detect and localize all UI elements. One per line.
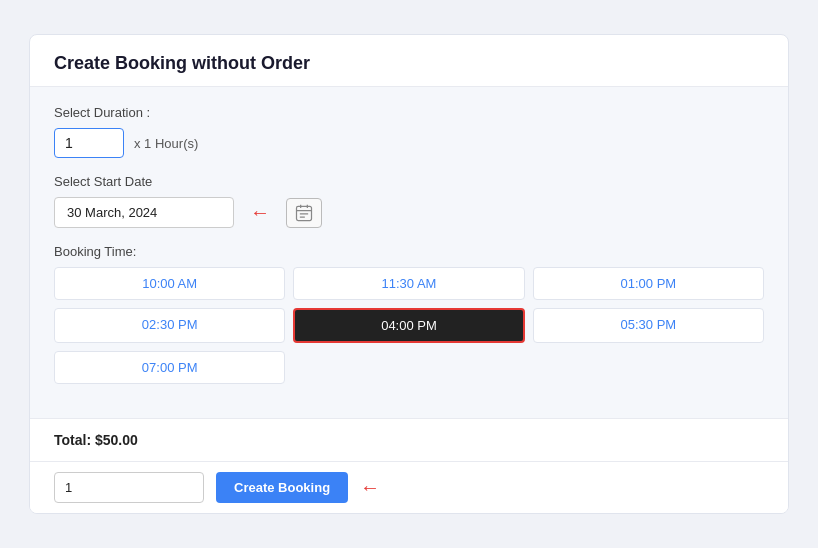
- booking-time-label: Booking Time:: [54, 244, 764, 259]
- time-slot-t1[interactable]: 10:00 AM: [54, 267, 285, 300]
- date-row: ←: [54, 197, 764, 228]
- duration-label: Select Duration :: [54, 105, 764, 120]
- duration-section: Select Duration : x 1 Hour(s): [54, 105, 764, 158]
- modal-title: Create Booking without Order: [54, 53, 764, 74]
- duration-row: x 1 Hour(s): [54, 128, 764, 158]
- calendar-icon: [294, 203, 314, 223]
- footer-action: Create Booking ←: [30, 461, 788, 513]
- booking-time-section: Booking Time: 10:00 AM11:30 AM01:00 PM02…: [54, 244, 764, 384]
- footer-arrow-icon: ←: [360, 476, 380, 499]
- date-input[interactable]: [54, 197, 234, 228]
- time-slot-t4[interactable]: 02:30 PM: [54, 308, 285, 343]
- time-slot-t7[interactable]: 07:00 PM: [54, 351, 285, 384]
- duration-unit: x 1 Hour(s): [134, 136, 198, 151]
- duration-input[interactable]: [54, 128, 124, 158]
- start-date-section: Select Start Date ←: [54, 174, 764, 228]
- time-slot-t6[interactable]: 05:30 PM: [533, 308, 764, 343]
- booking-modal: Create Booking without Order Select Dura…: [29, 34, 789, 514]
- calendar-icon-button[interactable]: [286, 198, 322, 228]
- time-slot-t3[interactable]: 01:00 PM: [533, 267, 764, 300]
- create-booking-button[interactable]: Create Booking: [216, 472, 348, 503]
- booking-ref-input[interactable]: [54, 472, 204, 503]
- footer-total: Total: $50.00: [30, 418, 788, 461]
- arrow-right-icon: ←: [250, 201, 270, 224]
- total-text: Total: $50.00: [54, 432, 138, 448]
- time-slot-t5[interactable]: 04:00 PM: [293, 308, 524, 343]
- time-slot-t2[interactable]: 11:30 AM: [293, 267, 524, 300]
- time-slots-grid: 10:00 AM11:30 AM01:00 PM02:30 PM04:00 PM…: [54, 267, 764, 384]
- modal-body: Select Duration : x 1 Hour(s) Select Sta…: [30, 87, 788, 418]
- modal-header: Create Booking without Order: [30, 35, 788, 87]
- start-date-label: Select Start Date: [54, 174, 764, 189]
